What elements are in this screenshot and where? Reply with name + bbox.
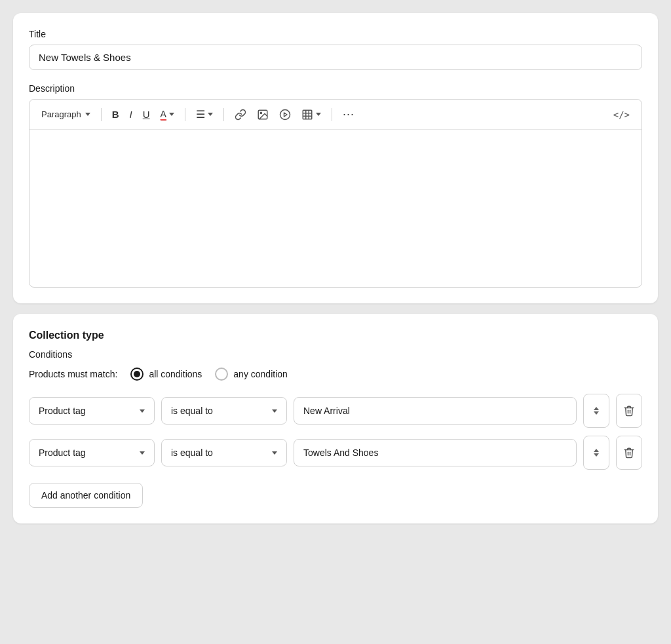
title-input[interactable] <box>29 45 642 70</box>
any-condition-option[interactable]: any condition <box>215 368 288 381</box>
stepper-down-icon-1 <box>594 411 599 415</box>
stepper-up-icon-1 <box>594 407 599 410</box>
all-conditions-label: all conditions <box>149 369 202 379</box>
description-editor: Paragraph B I U A ☰ <box>29 99 642 288</box>
more-options-button[interactable]: ··· <box>339 105 358 124</box>
play-icon <box>279 109 291 121</box>
condition-row-2: Product tag is equal to <box>29 436 642 470</box>
video-button[interactable] <box>275 106 295 123</box>
all-conditions-option[interactable]: all conditions <box>130 368 202 381</box>
title-description-card: Title Description Paragraph B I U <box>13 13 658 303</box>
match-label: Products must match: <box>29 369 117 379</box>
link-button[interactable] <box>231 106 250 123</box>
condition-operator-label-1: is equal to <box>171 406 213 416</box>
trash-icon-1 <box>623 405 635 417</box>
text-color-button[interactable]: A <box>157 106 178 123</box>
bold-button[interactable]: B <box>108 106 123 123</box>
condition-field-select-1[interactable]: Product tag <box>29 397 155 425</box>
align-button[interactable]: ☰ <box>192 105 217 123</box>
table-icon <box>301 109 313 121</box>
condition-delete-button-1[interactable] <box>616 394 642 428</box>
conditions-label: Conditions <box>29 349 642 360</box>
description-label: Description <box>29 83 642 94</box>
condition-operator-chevron-1 <box>272 409 277 413</box>
align-chevron-icon <box>208 113 213 116</box>
any-condition-radio[interactable] <box>215 368 228 381</box>
italic-button[interactable]: I <box>126 106 136 123</box>
condition-value-input-2[interactable] <box>294 439 577 466</box>
condition-stepper-2[interactable] <box>583 436 609 470</box>
svg-point-1 <box>260 112 261 113</box>
table-button[interactable] <box>297 106 325 123</box>
collection-type-title: Collection type <box>29 330 642 341</box>
image-button[interactable] <box>253 106 273 123</box>
paragraph-chevron-icon <box>85 113 90 116</box>
condition-field-label-1: Product tag <box>39 406 86 416</box>
stepper-down-icon-2 <box>594 453 599 457</box>
condition-field-select-2[interactable]: Product tag <box>29 439 155 466</box>
collection-type-card: Collection type Conditions Products must… <box>13 314 658 523</box>
paragraph-dropdown[interactable]: Paragraph <box>37 107 94 122</box>
condition-operator-select-1[interactable]: is equal to <box>161 397 287 425</box>
condition-stepper-1[interactable] <box>583 394 609 428</box>
trash-icon-2 <box>623 447 635 459</box>
svg-point-2 <box>280 109 290 119</box>
condition-operator-chevron-2 <box>272 451 277 455</box>
editor-toolbar: Paragraph B I U A ☰ <box>29 100 642 130</box>
condition-field-chevron-2 <box>140 451 145 455</box>
condition-field-label-2: Product tag <box>39 447 86 458</box>
svg-rect-4 <box>303 110 312 119</box>
add-condition-button[interactable]: Add another condition <box>29 483 143 508</box>
code-view-button[interactable]: </> <box>609 107 634 123</box>
editor-content-area[interactable] <box>29 130 642 287</box>
condition-operator-select-2[interactable]: is equal to <box>161 439 287 466</box>
stepper-up-icon-2 <box>594 449 599 452</box>
toolbar-divider-2 <box>185 108 185 121</box>
condition-field-chevron-1 <box>140 409 145 413</box>
condition-delete-button-2[interactable] <box>616 436 642 470</box>
condition-operator-label-2: is equal to <box>171 447 213 458</box>
any-condition-label: any condition <box>233 369 288 379</box>
all-conditions-radio[interactable] <box>130 368 144 381</box>
link-icon <box>235 109 246 121</box>
paragraph-label: Paragraph <box>41 109 81 119</box>
match-row: Products must match: all conditions any … <box>29 368 642 381</box>
condition-value-input-1[interactable] <box>294 397 577 425</box>
toolbar-divider-3 <box>223 108 224 121</box>
table-chevron-icon <box>316 113 321 116</box>
toolbar-divider-1 <box>101 108 102 121</box>
svg-marker-3 <box>284 113 287 117</box>
underline-button[interactable]: U <box>139 106 154 123</box>
condition-row-1: Product tag is equal to <box>29 394 642 428</box>
text-color-chevron-icon <box>169 113 174 116</box>
image-icon <box>257 109 269 121</box>
toolbar-divider-4 <box>332 108 332 121</box>
title-label: Title <box>29 29 642 39</box>
